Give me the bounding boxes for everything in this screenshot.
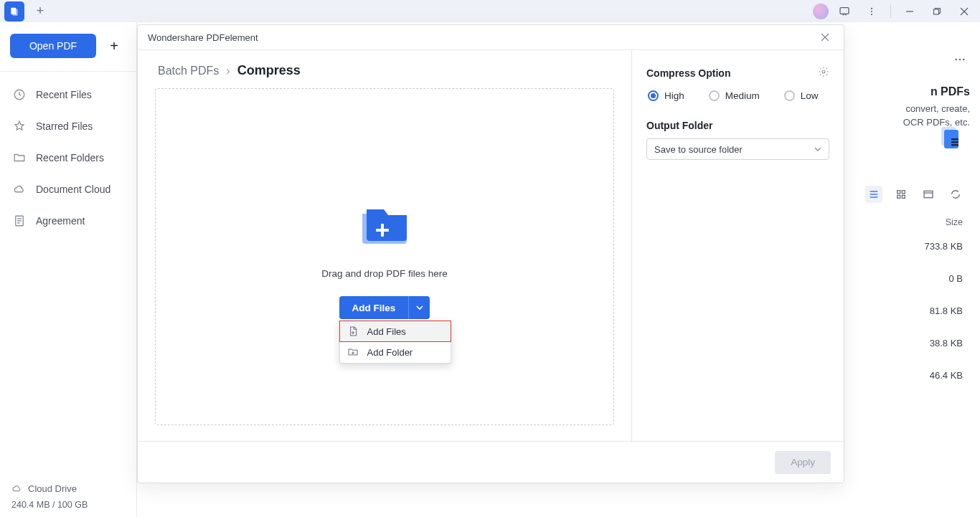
svg-rect-2 bbox=[840, 7, 849, 14]
file-add-icon bbox=[347, 326, 359, 337]
sidebar-item-recent-files[interactable]: Recent Files bbox=[9, 79, 128, 110]
promo-doc-icon bbox=[937, 124, 963, 153]
radio-medium[interactable]: Medium bbox=[709, 90, 760, 101]
view-panel-button[interactable] bbox=[920, 186, 937, 203]
svg-rect-1 bbox=[13, 9, 18, 15]
kebab-menu-icon[interactable] bbox=[860, 1, 883, 22]
svg-point-4 bbox=[871, 10, 872, 11]
feedback-icon[interactable] bbox=[833, 1, 856, 22]
file-size: 733.8 KB bbox=[925, 241, 963, 252]
add-files-button[interactable]: Add Files bbox=[339, 296, 409, 319]
output-folder-select[interactable]: Save to source folder bbox=[646, 138, 829, 160]
svg-rect-28 bbox=[897, 195, 900, 198]
apply-button[interactable]: Apply bbox=[775, 451, 831, 474]
breadcrumb: Batch PDFs › Compress bbox=[155, 63, 614, 78]
batch-compress-dialog: Wondershare PDFelement Batch PDFs › Comp… bbox=[137, 24, 844, 483]
titlebar: + bbox=[0, 0, 980, 22]
options-title: Compress Option bbox=[646, 67, 730, 79]
add-files-dropdown: Add Files Add Folder bbox=[339, 321, 451, 364]
sidebar-item-agreement[interactable]: Agreement bbox=[9, 205, 128, 237]
file-size: 81.8 KB bbox=[925, 305, 963, 316]
new-tab-button[interactable]: + bbox=[30, 1, 50, 22]
open-pdf-plus-button[interactable]: + bbox=[102, 34, 126, 58]
document-icon bbox=[13, 214, 26, 227]
gear-icon[interactable] bbox=[818, 66, 829, 80]
file-size: 38.8 KB bbox=[925, 338, 963, 348]
app-logo bbox=[4, 1, 24, 22]
open-pdf-button[interactable]: Open PDF bbox=[10, 34, 96, 58]
breadcrumb-root[interactable]: Batch PDFs bbox=[158, 65, 219, 77]
refresh-button[interactable] bbox=[947, 186, 964, 203]
clock-icon bbox=[13, 88, 26, 101]
sidebar: Open PDF + Recent Files Starred Files Re… bbox=[0, 22, 137, 517]
svg-point-17 bbox=[963, 59, 965, 61]
svg-rect-26 bbox=[897, 191, 900, 194]
dropzone-text: Drag and drop PDF files here bbox=[321, 268, 448, 279]
svg-point-16 bbox=[959, 59, 961, 61]
view-list-button[interactable] bbox=[865, 186, 882, 203]
file-size: 46.4 KB bbox=[925, 370, 963, 381]
svg-rect-35 bbox=[376, 229, 389, 232]
svg-rect-27 bbox=[902, 191, 905, 194]
storage-label: 240.4 MB / 100 GB bbox=[11, 500, 125, 510]
svg-rect-7 bbox=[934, 9, 939, 14]
chevron-down-icon bbox=[814, 144, 821, 155]
dropzone[interactable]: Drag and drop PDF files here Add Files A… bbox=[155, 88, 614, 425]
sidebar-item-label: Agreement bbox=[36, 215, 85, 227]
sidebar-item-recent-folders[interactable]: Recent Folders bbox=[9, 142, 128, 174]
svg-rect-29 bbox=[902, 195, 905, 198]
breadcrumb-current: Compress bbox=[237, 63, 301, 78]
column-header-size: Size bbox=[946, 217, 963, 227]
radio-high[interactable]: High bbox=[648, 90, 684, 101]
sidebar-item-label: Recent Folders bbox=[36, 152, 104, 163]
svg-rect-20 bbox=[951, 141, 958, 143]
svg-rect-22 bbox=[951, 138, 958, 141]
folder-add-icon bbox=[359, 204, 410, 248]
chevron-right-icon: › bbox=[226, 65, 230, 77]
sidebar-item-starred-files[interactable]: Starred Files bbox=[9, 110, 128, 142]
cloud-icon bbox=[13, 183, 26, 196]
sidebar-item-label: Document Cloud bbox=[36, 184, 110, 195]
menu-item-add-folder[interactable]: Add Folder bbox=[340, 341, 451, 363]
view-grid-button[interactable] bbox=[892, 186, 910, 203]
svg-point-40 bbox=[822, 70, 825, 73]
dialog-title: Wondershare PDFelement bbox=[148, 32, 258, 43]
svg-rect-21 bbox=[951, 144, 958, 146]
close-icon[interactable] bbox=[816, 29, 834, 46]
star-icon bbox=[13, 120, 26, 133]
maximize-button[interactable] bbox=[925, 1, 948, 22]
svg-point-5 bbox=[871, 14, 872, 15]
folder-add-icon bbox=[347, 346, 359, 358]
menu-item-add-files[interactable]: Add Files bbox=[339, 321, 451, 342]
svg-point-3 bbox=[871, 7, 872, 9]
add-files-caret-button[interactable] bbox=[408, 296, 430, 319]
cloud-icon bbox=[11, 483, 22, 494]
promo-card: n PDFs convert, create, OCR PDFs, etc. bbox=[848, 85, 970, 130]
sidebar-item-label: Recent Files bbox=[36, 89, 92, 100]
sidebar-item-label: Starred Files bbox=[36, 120, 93, 132]
output-folder-label: Output Folder bbox=[646, 120, 829, 131]
sidebar-item-document-cloud[interactable]: Document Cloud bbox=[9, 174, 128, 205]
radio-low[interactable]: Low bbox=[784, 90, 819, 101]
svg-rect-30 bbox=[924, 191, 933, 197]
svg-point-15 bbox=[955, 59, 957, 61]
chevron-down-icon bbox=[416, 304, 423, 311]
cloud-drive-row[interactable]: Cloud Drive bbox=[11, 483, 125, 494]
avatar[interactable] bbox=[813, 4, 829, 19]
content-more-icon[interactable] bbox=[950, 49, 970, 70]
file-size: 0 B bbox=[925, 273, 963, 284]
folder-icon bbox=[13, 151, 26, 164]
minimize-button[interactable] bbox=[898, 1, 921, 22]
close-window-button[interactable] bbox=[953, 1, 976, 22]
